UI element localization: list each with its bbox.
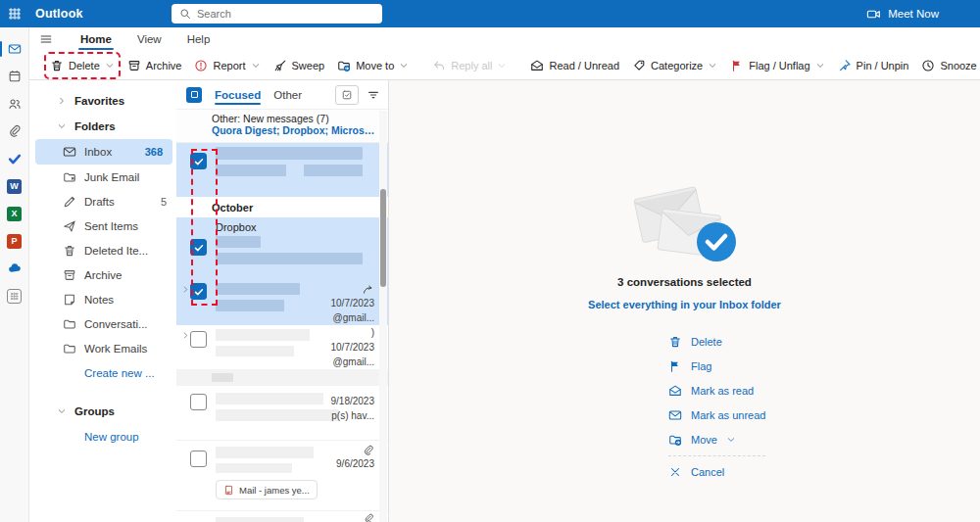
archive-button[interactable]: Archive — [125, 56, 184, 75]
app-launcher-button[interactable] — [0, 0, 29, 27]
message-row-selected-1[interactable] — [176, 143, 388, 197]
rail-item-todo[interactable] — [0, 145, 29, 172]
deleted-label: Deleted Ite... — [84, 245, 148, 257]
tab-home[interactable]: Home — [78, 30, 114, 48]
tab-help[interactable]: Help — [185, 30, 213, 48]
sidebar-section-groups[interactable]: Groups — [29, 399, 176, 424]
sidebar-item-drafts[interactable]: Drafts 5 — [29, 189, 176, 214]
snooze-button[interactable]: Snooze — [919, 56, 980, 75]
nav-menu-button[interactable] — [39, 32, 53, 46]
delete-button[interactable]: Delete — [48, 56, 117, 75]
report-button[interactable]: Report — [192, 56, 262, 75]
message-checkbox[interactable] — [190, 451, 207, 467]
tab-focused[interactable]: Focused — [215, 85, 261, 105]
sidebar-section-folders[interactable]: Folders — [29, 114, 176, 139]
chevron-down-icon — [726, 435, 736, 445]
drafts-count: 5 — [161, 196, 167, 208]
rail-item-onedrive[interactable] — [0, 255, 29, 282]
pane-cancel-button[interactable]: Cancel — [668, 455, 765, 484]
document-icon — [223, 485, 234, 496]
redacted-content — [216, 447, 314, 458]
attachment-chip[interactable]: Mail - james ye... — [216, 480, 318, 499]
rail-item-calendar[interactable] — [0, 63, 29, 90]
other-inbox-banner[interactable]: Other: New messages (7) Quora Digest; Dr… — [176, 110, 388, 143]
new-group-link[interactable]: New group — [29, 424, 176, 449]
search-box[interactable] — [172, 4, 382, 24]
sidebar-item-sent[interactable]: Sent Items — [29, 214, 176, 238]
check-icon — [194, 157, 204, 166]
rail-item-excel[interactable]: X — [0, 200, 29, 227]
expand-conversation-icon[interactable] — [181, 285, 190, 294]
message-checkbox-checked[interactable] — [190, 153, 207, 169]
tab-other[interactable]: Other — [273, 85, 302, 105]
tab-view[interactable]: View — [135, 30, 164, 48]
sidebar-item-inbox[interactable]: Inbox 368 — [35, 139, 172, 165]
drafts-pen-icon — [63, 195, 76, 209]
selection-mode-button[interactable] — [335, 85, 359, 105]
archive-label: Archive — [146, 60, 182, 71]
archive-label: Archive — [84, 269, 122, 281]
sidebar-item-conversation[interactable]: Conversati... — [29, 311, 176, 336]
message-checkbox[interactable] — [190, 394, 207, 410]
message-row-6[interactable]: Mail - james ye... 9/6/2023 — [176, 440, 388, 510]
rail-item-more-apps[interactable] — [0, 282, 29, 309]
pane-mark-read-button[interactable]: Mark as read — [668, 378, 765, 403]
reply-all-button[interactable]: Reply all — [430, 56, 509, 75]
favorites-label: Favorites — [74, 95, 124, 107]
rail-item-powerpoint[interactable]: P — [0, 227, 29, 255]
sidebar-item-notes[interactable]: Notes — [29, 287, 176, 311]
list-scrollbar[interactable] — [379, 111, 387, 522]
sidebar-item-archive[interactable]: Archive — [29, 262, 176, 287]
sidebar-item-work-emails[interactable]: Work Emails — [29, 336, 176, 360]
message-row-7[interactable] — [176, 510, 388, 522]
message-snippet: p(s) hav... — [331, 408, 375, 423]
powerpoint-icon: P — [7, 234, 22, 249]
categorize-button[interactable]: Categorize — [630, 56, 719, 75]
message-row-5[interactable]: 9/18/2023 p(s) hav... — [176, 386, 388, 440]
search-input[interactable] — [197, 8, 374, 20]
banner-senders-link[interactable]: Quora Digest; Dropbox; Microsoft acc... — [212, 124, 376, 136]
pin-unpin-button[interactable]: Pin / Unpin — [836, 56, 911, 75]
pane-mark-unread-button[interactable]: Mark as unread — [668, 403, 765, 427]
mail-icon — [8, 42, 22, 56]
hamburger-icon — [39, 32, 53, 46]
todo-check-icon — [8, 152, 22, 166]
sweep-button[interactable]: Sweep — [271, 56, 327, 75]
filter-button[interactable] — [367, 88, 380, 102]
select-everything-link[interactable]: Select everything in your Inbox folder — [389, 299, 980, 310]
sweep-broom-icon — [273, 59, 287, 72]
pane-flag-button[interactable]: Flag — [668, 354, 765, 378]
message-row-4[interactable]: ) 10/7/2023 @gmail... — [176, 325, 388, 369]
rail-item-mail[interactable] — [0, 35, 29, 63]
reply-all-label: Reply all — [451, 60, 492, 71]
read-unread-button[interactable]: Read / Unread — [528, 56, 621, 75]
forwarded-arrow-icon — [362, 283, 374, 296]
pane-mark-read-label: Mark as read — [691, 385, 754, 397]
flag-unflag-button[interactable]: Flag / Unflag — [728, 56, 826, 75]
envelope-open-icon — [668, 384, 682, 398]
sidebar-item-deleted[interactable]: Deleted Ite... — [29, 238, 176, 262]
sidebar-section-favorites[interactable]: Favorites — [29, 88, 176, 114]
message-row-selected-dropbox[interactable]: Dropbox — [176, 217, 388, 279]
rail-item-files[interactable] — [0, 118, 29, 145]
archive-icon — [63, 268, 76, 282]
pane-delete-button[interactable]: Delete — [668, 329, 765, 354]
message-row-selected-3[interactable]: 10/7/2023 @gmail... — [176, 279, 388, 325]
expand-conversation-icon[interactable] — [181, 331, 190, 340]
rail-item-word[interactable]: W — [0, 172, 29, 200]
scrollbar-thumb[interactable] — [380, 189, 386, 287]
create-new-folder-link[interactable]: Create new ... — [29, 360, 176, 385]
message-meta: 9/6/2023 — [336, 445, 374, 471]
pane-move-button[interactable]: Move — [668, 427, 765, 451]
message-checkbox-checked[interactable] — [190, 239, 207, 256]
move-to-button[interactable]: Move to — [335, 56, 411, 75]
select-all-checkbox[interactable] — [186, 87, 202, 103]
message-checkbox[interactable] — [190, 331, 207, 348]
conversation-label: Conversati... — [84, 318, 148, 330]
sidebar-item-junk[interactable]: Junk Email — [29, 165, 176, 189]
app-title: Outlook — [35, 7, 83, 21]
message-checkbox-checked[interactable] — [190, 283, 207, 300]
meet-now-button[interactable]: Meet Now — [866, 0, 939, 27]
message-address: @gmail... — [331, 355, 375, 369]
rail-item-people[interactable] — [0, 90, 29, 118]
